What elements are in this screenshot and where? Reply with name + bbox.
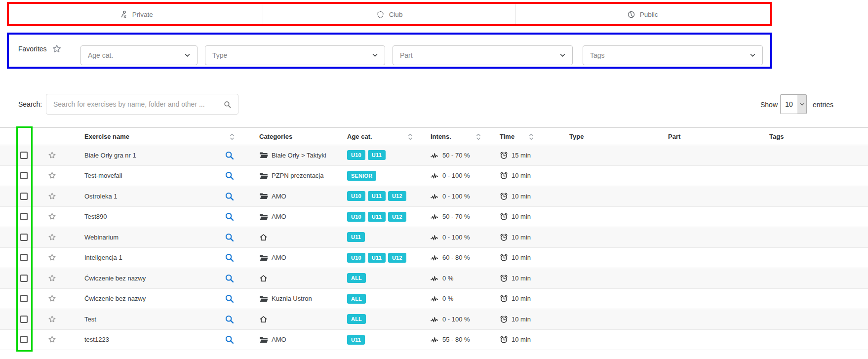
favorite-star-icon[interactable]	[47, 192, 57, 201]
star-cell	[42, 151, 80, 160]
age-badges: U10U11	[346, 150, 425, 160]
exercise-name: Inteligencja 1	[84, 254, 122, 261]
favorites-toggle[interactable]: Favorites	[18, 43, 62, 54]
age-badges: ALL	[346, 294, 425, 304]
row-checkbox[interactable]	[20, 254, 28, 261]
favorite-star-icon[interactable]	[47, 233, 57, 242]
star-cell	[42, 212, 80, 221]
column-header-part: Part	[664, 128, 765, 145]
intensity-cell: 55 - 80 %	[425, 336, 486, 343]
table-row[interactable]: Inteligencja 1 AMO U10U11U12 60 - 80 % 1…	[0, 248, 868, 269]
exercise-table: Exercise name Categories Age cat. Intens…	[0, 127, 868, 350]
tags-filter-dropdown[interactable]: Tags	[583, 45, 763, 65]
age-badge: U10	[347, 212, 365, 222]
row-checkbox[interactable]	[20, 172, 28, 179]
table-row[interactable]: Webinarium U11 0 - 100 % 10 min	[0, 227, 868, 248]
age-badges: U10U11U12	[346, 253, 425, 263]
alarm-clock-icon	[500, 274, 508, 282]
preview-magnifier-icon[interactable]	[224, 314, 235, 324]
entries-select-value: 10	[781, 95, 797, 114]
preview-magnifier-icon[interactable]	[224, 273, 235, 283]
sort-icon[interactable]	[528, 133, 534, 140]
column-header-age-cat[interactable]: Age cat.	[346, 128, 425, 145]
favorite-star-icon[interactable]	[47, 151, 57, 160]
table-body: Białe Orły gra nr 1 Białe Orły > Taktyki…	[0, 145, 868, 350]
table-row[interactable]: Ostroleka 1 AMO U10U11U12 0 - 100 % 10 m…	[0, 186, 868, 207]
checkbox-cell	[0, 193, 42, 200]
preview-magnifier-icon[interactable]	[224, 232, 235, 242]
preview-magnifier-icon[interactable]	[224, 293, 235, 304]
tab-private[interactable]: Private	[10, 2, 263, 25]
alarm-clock-icon	[500, 253, 508, 262]
search-label: Search:	[18, 100, 42, 108]
type-filter-dropdown[interactable]: Type	[205, 45, 385, 65]
age-badge: U11	[368, 212, 386, 222]
intensity-pulse-icon	[431, 172, 439, 179]
table-row[interactable]: Test ALL 0 - 100 % 10 min	[0, 309, 868, 330]
category-cell	[241, 315, 346, 323]
sort-icon[interactable]	[229, 133, 235, 140]
preview-magnifier-icon[interactable]	[224, 191, 235, 201]
part-filter-dropdown[interactable]: Part	[393, 45, 573, 65]
tab-bar: Private Club Public	[10, 2, 769, 25]
entries-select-button[interactable]	[797, 95, 806, 114]
private-person-icon	[119, 10, 128, 19]
table-row[interactable]: test1223 AMO U11 55 - 80 % 10 min	[0, 330, 868, 351]
preview-magnifier-icon[interactable]	[224, 150, 235, 160]
intensity-cell: 50 - 70 %	[425, 213, 486, 220]
preview-cell	[218, 150, 241, 160]
row-checkbox[interactable]	[20, 295, 28, 302]
show-label: Show	[760, 101, 778, 109]
favorites-label: Favorites	[18, 45, 47, 53]
favorite-star-icon[interactable]	[47, 315, 57, 324]
search-box	[46, 94, 238, 115]
table-row[interactable]: Ćwiczenie bez nazwy Kuznia Ustron ALL 0 …	[0, 289, 868, 310]
star-icon[interactable]	[51, 43, 62, 54]
row-checkbox[interactable]	[20, 193, 28, 200]
row-checkbox[interactable]	[20, 213, 28, 220]
search-input[interactable]	[46, 94, 223, 114]
row-checkbox[interactable]	[20, 234, 28, 241]
category-label: AMO	[272, 336, 286, 343]
category-cell: Kuznia Ustron	[241, 295, 346, 303]
entries-select[interactable]: 10	[780, 94, 807, 114]
favorite-star-icon[interactable]	[47, 335, 57, 344]
preview-magnifier-icon[interactable]	[224, 252, 235, 263]
time-cell: 10 min	[486, 315, 565, 323]
intensity-cell: 0 - 100 %	[425, 193, 486, 200]
row-checkbox[interactable]	[20, 316, 28, 323]
favorite-star-icon[interactable]	[47, 294, 57, 303]
column-header-exercise-name[interactable]: Exercise name	[80, 128, 241, 145]
age-badges: U11	[346, 335, 425, 345]
table-row[interactable]: Ćwiczenie bez nazwy ALL 0 % 10 min	[0, 268, 868, 289]
sort-icon[interactable]	[475, 133, 481, 140]
row-checkbox[interactable]	[20, 336, 28, 343]
preview-magnifier-icon[interactable]	[224, 211, 235, 222]
time-value: 10 min	[512, 234, 531, 241]
tab-public[interactable]: Public	[515, 2, 769, 25]
preview-cell	[218, 252, 241, 263]
table-row[interactable]: Test890 AMO U10U11U12 50 - 70 % 10 min	[0, 207, 868, 228]
row-checkbox[interactable]	[20, 275, 28, 282]
column-header-time[interactable]: Time	[486, 128, 565, 145]
favorite-star-icon[interactable]	[47, 253, 57, 262]
column-header-intens[interactable]: Intens.	[425, 128, 486, 145]
age-badge: U11	[347, 335, 365, 345]
tab-club[interactable]: Club	[263, 2, 516, 25]
table-row[interactable]: Białe Orły gra nr 1 Białe Orły > Taktyki…	[0, 145, 868, 166]
favorite-star-icon[interactable]	[47, 171, 57, 180]
age-cat-filter-dropdown[interactable]: Age cat.	[80, 45, 197, 65]
row-checkbox[interactable]	[20, 152, 28, 159]
star-cell	[42, 253, 80, 262]
favorite-star-icon[interactable]	[47, 212, 57, 221]
time-cell: 10 min	[486, 233, 565, 241]
favorite-star-icon[interactable]	[47, 274, 57, 283]
table-row[interactable]: Test-movefail PZPN prezentacja SENIOR 0 …	[0, 166, 868, 187]
intensity-cell: 0 - 100 %	[425, 172, 486, 179]
intensity-value: 50 - 70 %	[442, 152, 470, 159]
preview-magnifier-icon[interactable]	[224, 170, 235, 181]
intensity-cell: 60 - 80 %	[425, 254, 486, 261]
preview-magnifier-icon[interactable]	[224, 334, 235, 345]
sort-icon[interactable]	[407, 133, 413, 140]
category-label: PZPN prezentacja	[272, 172, 324, 179]
